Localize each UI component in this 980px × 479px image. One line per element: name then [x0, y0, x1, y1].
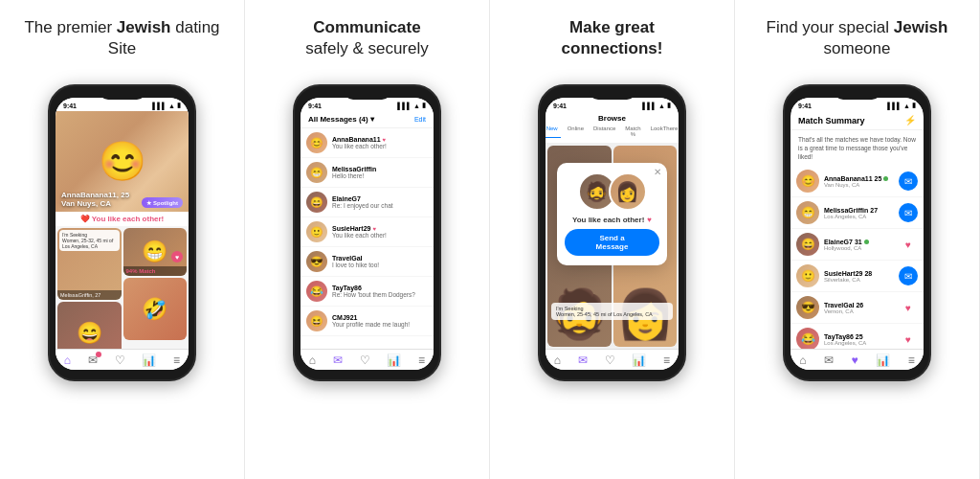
filter-icon[interactable]: ⚡: [904, 115, 916, 125]
nav-chart-1[interactable]: 📊: [142, 354, 156, 367]
browse-tabs: New Online Distance Match % LookThere: [551, 123, 673, 140]
nav-heart-4[interactable]: ♥: [852, 354, 858, 367]
ms-item-4[interactable]: 🙂 SusieHart29 28 Silverlake, CA ✉: [791, 261, 924, 292]
wifi-3: ▲: [658, 103, 665, 109]
nav-chart-2[interactable]: 📊: [387, 354, 401, 367]
ms-item-3[interactable]: 😄 ElaineG7 31 Hollywood, CA ♥: [791, 229, 924, 261]
msg-name-7: CMJ921: [332, 314, 428, 321]
ms-heart-6[interactable]: ♥: [899, 330, 918, 349]
msg-item-2[interactable]: 😁 MelissaGriffin Hello there!: [301, 158, 434, 188]
signal-3: ▌▌▌: [642, 103, 657, 109]
messages-title: All Messages (4) ▾: [308, 115, 374, 124]
match-card-1[interactable]: I'm SeekingWomen, 25-32, 45 mi of Los An…: [57, 228, 122, 300]
battery-4: ▮: [912, 102, 916, 109]
ms-heart-5[interactable]: ♥: [899, 298, 918, 317]
tab-lookthere[interactable]: LookThere: [648, 125, 679, 138]
msg-avatar-2: 😁: [306, 162, 327, 183]
ms-avatar-5: 😎: [796, 296, 819, 319]
match-popup: ✕ 🧔 👩 You like each other! ♥ Send a Mess…: [557, 163, 667, 265]
ms-item-2[interactable]: 😁 MelissaGriffin 27 Los Angeles, CA ✉: [791, 197, 924, 229]
ms-item-1[interactable]: 😊 AnnaBanana11 25 Van Nuys, CA ✉: [791, 166, 924, 197]
nav-msg-1[interactable]: ✉: [88, 354, 98, 367]
msg-item-6[interactable]: 😂 TayTay86 Re: How 'bout them Dodgers?: [301, 277, 434, 307]
ms-loc-5: Vernon, CA: [824, 308, 894, 314]
msg-avatar-6: 😂: [306, 281, 327, 302]
ms-name-2: MelissaGriffin 27: [824, 207, 894, 214]
nav-menu-3[interactable]: ≡: [663, 354, 670, 367]
match-card-3[interactable]: 😄 SusieHart, 28: [57, 302, 122, 349]
profile-name: AnnaBanana11, 25Van Nuys, CA: [61, 191, 129, 208]
ms-avatar-4: 🙂: [796, 264, 819, 287]
nav-msg-2[interactable]: ✉: [333, 354, 343, 367]
ms-avatar-3: 😄: [796, 233, 819, 256]
popup-close[interactable]: ✕: [654, 167, 661, 177]
ms-heart-3[interactable]: ♥: [899, 235, 918, 254]
msg-item-5[interactable]: 😎 TravelGal I love to hike too!: [301, 247, 434, 277]
message-list: 😊 AnnaBanana11 ♥ You like each other! 😁 …: [301, 128, 434, 349]
popup-send-message[interactable]: Send a Message: [565, 229, 659, 256]
ms-item-6[interactable]: 😂 TayTay86 25 Los Angeles, CA ♥: [791, 324, 924, 349]
nav-msg-3[interactable]: ✉: [578, 354, 588, 367]
ms-msg-4[interactable]: ✉: [899, 266, 918, 285]
browse-title: Browse: [551, 114, 673, 123]
msg-content-5: TravelGal I love to hike too!: [332, 255, 428, 268]
tab-match[interactable]: Match %: [622, 125, 643, 138]
nav-chart-3[interactable]: 📊: [632, 354, 646, 367]
time-3: 9:41: [553, 103, 567, 109]
msg-avatar-7: 😆: [306, 310, 327, 331]
nav-msg-4[interactable]: ✉: [824, 354, 834, 367]
nav-home-2[interactable]: ⌂: [309, 354, 316, 367]
msg-item-1[interactable]: 😊 AnnaBanana11 ♥ You like each other!: [301, 128, 434, 158]
browse-content: 🧔 👩 ✕ 🧔 👩 You like each other! ♥ Send a …: [546, 144, 679, 349]
ms-msg-2[interactable]: ✉: [899, 203, 918, 222]
messages-edit[interactable]: Edit: [414, 116, 426, 123]
ms-msg-1[interactable]: ✉: [899, 171, 918, 191]
nav-heart-3[interactable]: ♡: [605, 354, 615, 367]
panel-1-title: The premier Jewish dating Site: [10, 17, 234, 71]
tab-distance[interactable]: Distance: [590, 125, 618, 138]
msg-item-7[interactable]: 😆 CMJ921 Your profile made me laugh!: [301, 307, 434, 336]
match-card-2[interactable]: 😁 ♥ 94% Match: [123, 228, 188, 276]
nav-chart-4[interactable]: 📊: [876, 354, 890, 367]
phone-4: 9:41 ▌▌▌ ▲ ▮ Match Summary ⚡ That's all …: [783, 84, 931, 381]
msg-item-4[interactable]: 🙂 SusieHart29 ♥ You like each other!: [301, 217, 434, 247]
ms-loc-3: Hollywood, CA: [824, 245, 894, 251]
match-card-4[interactable]: 🤣: [123, 278, 188, 340]
nav-heart-2[interactable]: ♡: [360, 354, 370, 367]
battery-2: ▮: [422, 102, 426, 109]
msg-item-3[interactable]: 😄 ElaineG7 Re: I enjoyed our chat: [301, 188, 434, 217]
match-summary-list: 😊 AnnaBanana11 25 Van Nuys, CA ✉ 😁 Melis…: [791, 166, 924, 349]
signal-4: ▌▌▌: [887, 103, 902, 109]
tab-new[interactable]: New: [546, 125, 561, 138]
nav-home-4[interactable]: ⌂: [799, 354, 806, 367]
match-summary-header: Match Summary ⚡: [791, 111, 924, 130]
profile-photo: 😊 AnnaBanana11, 25Van Nuys, CA ★ Spotlig…: [56, 111, 189, 212]
msg-avatar-3: 😄: [306, 192, 327, 213]
ms-info-2: MelissaGriffin 27 Los Angeles, CA: [824, 207, 894, 219]
card-info-1: MelissaGriffin, 27: [57, 290, 122, 300]
nav-menu-2[interactable]: ≡: [418, 354, 425, 367]
ms-loc-6: Los Angeles, CA: [824, 340, 894, 346]
phone1-content: 😊 AnnaBanana11, 25Van Nuys, CA ★ Spotlig…: [56, 111, 189, 349]
nav-heart-1[interactable]: ♡: [115, 354, 125, 367]
popup-avatars: 🧔 👩: [578, 172, 647, 211]
messages-header: All Messages (4) ▾ Edit: [301, 111, 434, 128]
bottom-nav-3: ⌂ ✉ ♡ 📊 ≡: [546, 349, 679, 370]
nav-home-3[interactable]: ⌂: [554, 354, 561, 367]
phone-2: 9:41 ▌▌▌ ▲ ▮ All Messages (4) ▾ Edit 😊 A…: [293, 84, 441, 381]
ms-name-1: AnnaBanana11 25: [824, 175, 894, 182]
match-summary-desc: That's all the matches we have today. No…: [791, 130, 924, 166]
card-seek: I'm SeekingWomen, 25-32, 45 mi of Los An…: [59, 230, 120, 251]
msg-avatar-4: 🙂: [306, 221, 327, 242]
nav-menu-4[interactable]: ≡: [908, 354, 915, 367]
nav-menu-1[interactable]: ≡: [173, 354, 180, 367]
notch-2: [344, 86, 391, 100]
popup-like-text: You like each other! ♥: [572, 216, 652, 224]
wifi-2: ▲: [413, 103, 420, 109]
msg-content-7: CMJ921 Your profile made me laugh!: [332, 314, 428, 328]
msg-content-4: SusieHart29 ♥ You like each other!: [332, 225, 428, 239]
nav-home-1[interactable]: ⌂: [64, 354, 71, 367]
ms-item-5[interactable]: 😎 TravelGal 26 Vernon, CA ♥: [791, 292, 924, 324]
phone-1: 9:41 ▌▌▌ ▲ ▮ 😊 AnnaBanana11, 25Van Nuys,…: [48, 84, 196, 381]
tab-online[interactable]: Online: [565, 125, 587, 138]
